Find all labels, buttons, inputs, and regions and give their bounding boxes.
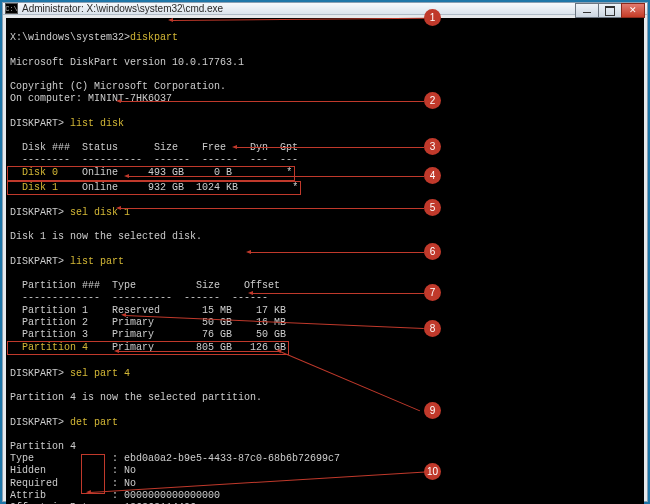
prompt: DISKPART> xyxy=(10,207,64,218)
cmd-det-part: det part xyxy=(70,417,118,428)
diskpart-version: Microsoft DiskPart version 10.0.17763.1 xyxy=(10,57,244,68)
window-title: Administrator: X:\windows\system32\cmd.e… xyxy=(22,3,223,14)
part-row-2: Partition 2 Primary 50 GB 16 MB xyxy=(22,317,286,328)
console-frame: X:\windows\system32>diskpart Microsoft D… xyxy=(3,15,647,504)
prompt: DISKPART> xyxy=(10,256,64,267)
close-button[interactable] xyxy=(621,3,645,18)
cmd-diskpart: diskpart xyxy=(130,32,178,43)
minimize-button[interactable] xyxy=(575,3,599,18)
annotation-arrow-2 xyxy=(120,101,424,102)
part-row-1: Partition 1 Reserved 15 MB 17 KB xyxy=(22,305,286,316)
annotation-marker-3: 3 xyxy=(424,138,441,155)
det-required: Required : No xyxy=(10,478,136,489)
maximize-button[interactable] xyxy=(598,3,622,18)
annotation-arrow-4 xyxy=(128,176,424,177)
part-row-4-highlight: Partition 4 Primary 805 GB 126 GB xyxy=(7,341,289,355)
part-row-3: Partition 3 Primary 76 GB 50 GB xyxy=(22,329,286,340)
part-header: Partition ### Type Size Offset xyxy=(10,280,280,291)
prompt-initial: X:\windows\system32> xyxy=(10,32,130,43)
disk-header-rule: -------- ---------- ------ ------ --- --… xyxy=(10,154,298,165)
sel-part-result: Partition 4 is now the selected partitio… xyxy=(10,392,262,403)
annotation-marker-1: 1 xyxy=(424,9,441,26)
prompt: DISKPART> xyxy=(10,118,64,129)
ltr-column-highlight xyxy=(81,454,105,494)
disk-row-1-highlight: Disk 1 Online 932 GB 1024 KB * xyxy=(7,181,301,195)
cmd-sel-part: sel part 4 xyxy=(70,368,130,379)
det-type: Type : ebd0a0a2-b9e5-4433-87c0-68b6b7269… xyxy=(10,453,340,464)
det-name: Partition 4 xyxy=(10,441,76,452)
det-hidden: Hidden : No xyxy=(10,465,136,476)
annotation-marker-7: 7 xyxy=(424,284,441,301)
annotation-marker-4: 4 xyxy=(424,167,441,184)
part-header-rule: ------------- ---------- ------ ------ xyxy=(10,292,268,303)
cmd-list-disk: list disk xyxy=(70,118,124,129)
annotation-arrow-6 xyxy=(250,252,424,253)
annotation-marker-8: 8 xyxy=(424,320,441,337)
annotation-arrow-3 xyxy=(236,147,424,148)
disk-row-0-highlight: Disk 0 Online 493 GB 0 B * xyxy=(7,166,295,180)
annotation-marker-10: 10 xyxy=(424,463,441,480)
titlebar[interactable]: C:\ Administrator: X:\windows\system32\c… xyxy=(3,3,647,15)
console[interactable]: X:\windows\system32>diskpart Microsoft D… xyxy=(6,18,644,504)
window-controls xyxy=(576,3,645,18)
prompt: DISKPART> xyxy=(10,368,64,379)
annotation-marker-9: 9 xyxy=(424,402,441,419)
disk-1-name: Disk 1 xyxy=(22,182,58,193)
annotation-arrow-7 xyxy=(252,293,424,294)
prompt: DISKPART> xyxy=(10,417,64,428)
cmd-icon: C:\ xyxy=(5,3,18,14)
computer-name: On computer: MININT-7HK6O37 xyxy=(10,93,172,104)
annotation-arrow-5 xyxy=(120,208,424,209)
annotation-marker-5: 5 xyxy=(424,199,441,216)
annotation-marker-2: 2 xyxy=(424,92,441,109)
annotation-marker-6: 6 xyxy=(424,243,441,260)
disk-0-name: Disk 0 xyxy=(22,167,58,178)
copyright: Copyright (C) Microsoft Corporation. xyxy=(10,81,226,92)
annotation-arrow-det xyxy=(118,351,279,352)
sel-disk-result: Disk 1 is now the selected disk. xyxy=(10,231,202,242)
cmd-list-part: list part xyxy=(70,256,124,267)
